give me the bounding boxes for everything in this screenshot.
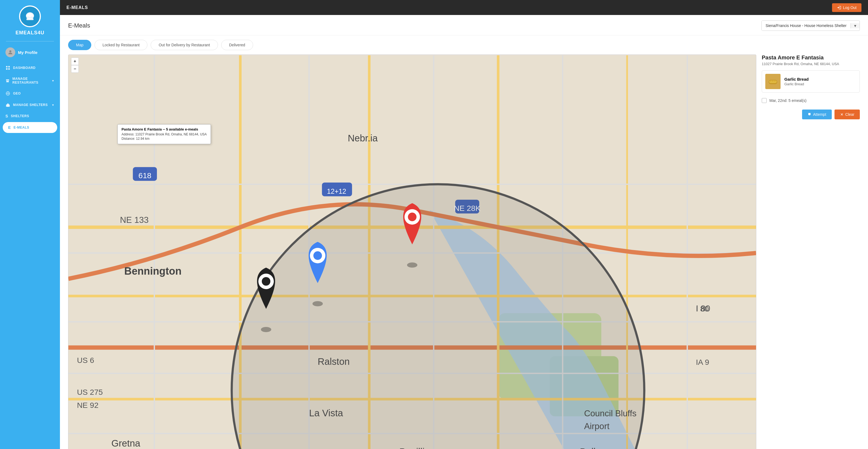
emeal-checkbox[interactable] xyxy=(762,98,767,103)
sidebar-item-label-e-meals: E-MEALS xyxy=(13,126,29,129)
svg-rect-71 xyxy=(774,81,776,82)
zoom-out-button[interactable]: − xyxy=(71,65,79,73)
right-panel: Pasta Amore E Fantasia 11027 Prairie Bro… xyxy=(762,55,860,449)
home-icon xyxy=(5,102,10,107)
map-popup: Pasta Amore E Fantasia -- 5 available e-… xyxy=(117,124,211,144)
flag-icon xyxy=(808,113,811,116)
sidebar-item-manage-shelters[interactable]: MANAGE SHELTERS ▼ xyxy=(0,99,60,111)
close-icon xyxy=(840,113,844,116)
tab-out-for-delivery[interactable]: Out for Delivery by Restaurant xyxy=(151,40,218,50)
sidebar-item-label-manage-shelters: MANAGE SHELTERS xyxy=(13,103,48,107)
tab-delivered[interactable]: Delivered xyxy=(221,40,253,50)
sidebar-item-label-geo: GEO xyxy=(13,92,21,95)
svg-rect-70 xyxy=(772,81,773,82)
avatar xyxy=(5,48,15,57)
map-container[interactable]: NE 133 I 80 US 6 US 275 NE 92 IA 9 I 80 … xyxy=(68,55,756,449)
zoom-in-button[interactable]: + xyxy=(71,58,79,65)
tab-map[interactable]: Map xyxy=(68,40,91,50)
my-profile-label: My Profile xyxy=(18,50,38,55)
sidebar-item-e-meals[interactable]: E E-MEALS xyxy=(3,122,57,133)
shelter-dropdown[interactable]: Siena/Francis House - House Homeless She… xyxy=(762,21,850,31)
popup-distance: Distance: 12.94 km xyxy=(122,137,207,141)
svg-point-61 xyxy=(407,262,417,268)
app-name: EMEALS4U xyxy=(16,30,44,36)
topbar-title: E-MEALS xyxy=(66,5,88,10)
sidebar-item-shelters[interactable]: S SHELTERS xyxy=(0,111,60,121)
content-header: E-Meals Siena/Francis House - House Home… xyxy=(60,15,868,35)
action-buttons: Attempt Clear xyxy=(762,110,860,119)
svg-point-5 xyxy=(9,51,11,52)
svg-rect-9 xyxy=(8,68,10,70)
sidebar: EMEALS4U My Profile DASHBOARD MANAGE RES… xyxy=(0,0,60,449)
sidebar-nav: DASHBOARD MANAGE RESTAURANTS ▼ GEO MANAG… xyxy=(0,62,60,133)
app-logo xyxy=(19,5,41,27)
svg-rect-13 xyxy=(7,106,9,107)
svg-point-58 xyxy=(312,301,323,306)
restaurant-name: Pasta Amore E Fantasia xyxy=(762,55,860,61)
svg-point-66 xyxy=(262,277,271,286)
meal-description: Garlic Bread xyxy=(784,82,809,86)
emeal-row: Mar, 22nd: 5 emeal(s) xyxy=(762,96,860,105)
svg-text:NE 133: NE 133 xyxy=(120,215,149,225)
svg-point-63 xyxy=(408,212,416,221)
svg-rect-69 xyxy=(770,81,771,82)
map-section: NE 133 I 80 US 6 US 275 NE 92 IA 9 I 80 … xyxy=(60,55,868,449)
logout-label: Log Out xyxy=(843,5,857,10)
attempt-label: Attempt xyxy=(813,112,826,117)
garlic-bread-image xyxy=(768,76,778,87)
svg-text:Gretna: Gretna xyxy=(112,438,141,448)
chevron-down-icon: ▼ xyxy=(52,79,55,82)
tab-locked[interactable]: Locked by Restaurant xyxy=(95,40,147,50)
sidebar-item-label-manage-restaurants: MANAGE RESTAURANTS xyxy=(12,77,49,85)
svg-text:IA 9: IA 9 xyxy=(696,358,709,366)
svg-text:Bennington: Bennington xyxy=(124,265,181,277)
svg-point-3 xyxy=(26,14,29,17)
sidebar-item-manage-restaurants[interactable]: MANAGE RESTAURANTS ▼ xyxy=(0,73,60,88)
sidebar-item-dashboard[interactable]: DASHBOARD xyxy=(0,62,60,73)
s-icon: S xyxy=(5,114,8,118)
svg-text:12+12: 12+12 xyxy=(327,187,346,195)
svg-point-4 xyxy=(31,14,34,17)
grid-icon xyxy=(5,65,10,70)
chevron-down-icon-2: ▼ xyxy=(52,103,55,107)
svg-text:Nebr.ia: Nebr.ia xyxy=(348,133,378,143)
svg-rect-8 xyxy=(6,68,7,70)
clear-button[interactable]: Clear xyxy=(835,110,860,119)
svg-text:NE 92: NE 92 xyxy=(77,401,99,410)
svg-rect-7 xyxy=(8,66,10,67)
dropdown-arrow-icon: ▾ xyxy=(850,23,860,28)
store-icon xyxy=(5,78,10,83)
logout-icon xyxy=(837,5,841,10)
attempt-button[interactable]: Attempt xyxy=(802,110,832,119)
logout-button[interactable]: Log Out xyxy=(832,3,862,12)
sidebar-item-geo[interactable]: GEO xyxy=(0,88,60,99)
clear-label: Clear xyxy=(845,112,855,117)
map-svg: NE 133 I 80 US 6 US 275 NE 92 IA 9 I 80 … xyxy=(68,55,756,449)
my-profile-nav[interactable]: My Profile xyxy=(0,45,60,60)
main-area: E-MEALS Log Out E-Meals Siena/Francis Ho… xyxy=(60,0,868,449)
svg-point-60 xyxy=(313,251,322,260)
popup-title: Pasta Amore E Fantasia -- 5 available e-… xyxy=(122,127,207,131)
tabs-row: Map Locked by Restaurant Out for Deliver… xyxy=(60,35,868,55)
chef-hat-icon xyxy=(24,10,36,22)
svg-text:US 6: US 6 xyxy=(77,356,94,364)
svg-text:US 275: US 275 xyxy=(77,388,103,396)
svg-text:618: 618 xyxy=(138,171,151,180)
globe-icon xyxy=(5,91,10,96)
meal-info: Garlic Bread Garlic Bread xyxy=(784,77,809,86)
svg-rect-6 xyxy=(6,66,7,67)
page-title: E-Meals xyxy=(68,22,90,29)
restaurant-address: 11027 Prairie Brook Rd, Omaha, NE 68144,… xyxy=(762,62,860,66)
sidebar-item-label-dashboard: DASHBOARD xyxy=(13,66,36,70)
sidebar-divider xyxy=(6,41,54,41)
emeal-label: Mar, 22nd: 5 emeal(s) xyxy=(769,98,806,103)
e-icon: E xyxy=(8,125,11,130)
topbar: E-MEALS Log Out xyxy=(60,0,868,15)
meal-card: Garlic Bread Garlic Bread xyxy=(762,70,860,93)
meal-image xyxy=(765,74,780,89)
svg-text:I 80: I 80 xyxy=(696,304,709,313)
svg-point-64 xyxy=(261,327,271,332)
zoom-controls: + − xyxy=(71,58,79,73)
shelter-select-wrapper[interactable]: Siena/Francis House - House Homeless She… xyxy=(762,21,860,31)
sidebar-item-label-shelters: SHELTERS xyxy=(11,114,29,118)
